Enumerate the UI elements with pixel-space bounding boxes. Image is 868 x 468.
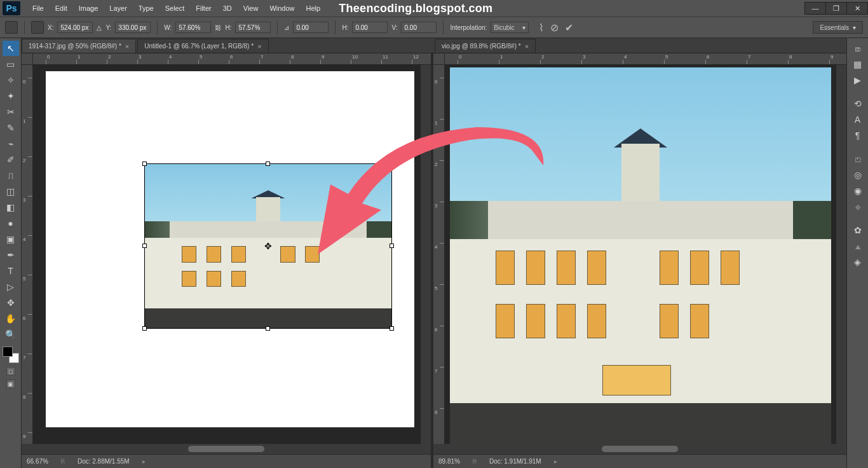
h-field[interactable]: 57.57% [235, 22, 271, 33]
maximize-button[interactable]: ❐ [825, 2, 847, 15]
tool-lasso[interactable]: ✧ [3, 72, 19, 88]
menu-bar: Ps File Edit Image Layer Type Select Fil… [0, 0, 868, 17]
panel-swatches-icon[interactable]: ▦ [850, 57, 866, 72]
tool-type[interactable]: T [3, 263, 19, 279]
watermark-text: Theencoding.blogspot.com [339, 2, 492, 15]
canvas-left[interactable]: ✥ [33, 65, 421, 444]
menu-layer[interactable]: Layer [104, 0, 133, 17]
menu-help[interactable]: Help [301, 0, 327, 17]
close-icon[interactable]: × [257, 43, 261, 50]
skew-v-label: V: [391, 24, 397, 31]
tool-brush[interactable]: ✐ [3, 152, 19, 167]
color-swatch[interactable] [3, 347, 19, 363]
workspace-switcher[interactable]: Essentials▾ [813, 21, 863, 34]
w-label: W: [164, 24, 172, 31]
tool-blur[interactable]: ▣ [3, 231, 19, 247]
interpolation-select[interactable]: Bicubic▾ [491, 22, 529, 33]
delta-icon[interactable]: △ [97, 24, 102, 31]
app-logo: Ps [3, 1, 20, 15]
skew-h-label: H: [342, 24, 348, 31]
panel-paths-icon[interactable]: ⟁ [850, 238, 866, 254]
quickmask-toggle[interactable]: ◻ [6, 367, 15, 376]
interpolation-label: Interpolation: [450, 24, 487, 31]
options-bar: X: 524.00 px △ Y: 330.00 px W: 57.60% ⛓ … [0, 17, 868, 38]
tool-eyedropper[interactable]: ✎ [3, 120, 19, 135]
window-controls: — ❐ ✕ [805, 2, 868, 15]
ruler-vertical[interactable]: 0123456789 [22, 65, 33, 444]
document-pane-right: 0123456789 0123456789 [433, 53, 846, 468]
y-field[interactable]: 330.00 px [115, 22, 151, 33]
tool-eraser[interactable]: ◧ [3, 200, 19, 215]
tab-doc-3[interactable]: vio.jpg @ 89.8% (RGB/8#) *× [435, 39, 536, 53]
commit-transform-icon[interactable]: ✔ [565, 22, 573, 34]
minimize-button[interactable]: — [804, 2, 826, 15]
panel-channels-icon[interactable]: ✿ [850, 223, 866, 238]
tool-marquee[interactable]: ▭ [3, 57, 19, 72]
document-tab-bar: 1914-317.jpg @ 50% (RGB/8#) *× Untitled-… [22, 38, 846, 53]
tool-stamp[interactable]: ⎍ [3, 168, 19, 183]
canvas-right[interactable] [445, 65, 836, 444]
panel-styles-icon[interactable]: ◉ [850, 183, 866, 198]
close-icon[interactable]: × [525, 43, 529, 50]
menu-edit[interactable]: Edit [50, 0, 73, 17]
tool-path[interactable]: ▷ [3, 279, 19, 294]
rotation-field[interactable]: 0.00 [293, 22, 329, 33]
skew-v-field[interactable]: 0.00 [401, 22, 437, 33]
panel-libraries-icon[interactable]: ▶ [850, 72, 866, 88]
tab-doc-2[interactable]: Untitled-1 @ 66.7% (Layer 1, RGB/8) *× [137, 39, 268, 53]
panel-layers-icon[interactable]: ◈ [850, 254, 866, 270]
tool-shape[interactable]: ✥ [3, 295, 19, 310]
screenmode-toggle[interactable]: ▣ [6, 380, 15, 389]
panel-adjustments-icon[interactable]: ⏍ [850, 151, 866, 167]
panel-presets-icon[interactable]: ⟐ [850, 199, 866, 214]
y-label: Y: [105, 24, 111, 31]
panel-history-icon[interactable]: ⟲ [850, 96, 866, 111]
cancel-transform-icon[interactable]: ⊘ [550, 22, 559, 34]
panel-color-icon[interactable]: ⎄ [850, 41, 866, 56]
skew-h-field[interactable]: 0.00 [352, 22, 388, 33]
tool-wand[interactable]: ✦ [3, 88, 19, 104]
w-field[interactable]: 57.60% [175, 22, 211, 33]
link-icon[interactable]: ⛓ [215, 24, 221, 31]
menu-type[interactable]: Type [133, 0, 159, 17]
menu-3d[interactable]: 3D [217, 0, 238, 17]
menu-select[interactable]: Select [159, 0, 191, 17]
close-icon[interactable]: × [125, 43, 129, 50]
placed-image[interactable]: ✥ [144, 163, 392, 329]
menu-file[interactable]: File [27, 0, 50, 17]
tools-panel: ↖ ▭ ✧ ✦ ✂ ✎ ⌁ ✐ ⎍ ◫ ◧ ● ▣ ✒ T ▷ ✥ ✋ 🔍 ◻ … [0, 38, 22, 468]
menu-filter[interactable]: Filter [190, 0, 217, 17]
status-bar-right: 89.81% ⎘ Doc: 1.91M/1.91M ▸ [433, 454, 846, 468]
tool-pen[interactable]: ✒ [3, 247, 19, 263]
tool-hand[interactable]: ✋ [3, 311, 19, 326]
menu-image[interactable]: Image [73, 0, 104, 17]
panel-cc-icon[interactable]: ◎ [850, 167, 866, 182]
tool-crop[interactable]: ✂ [3, 104, 19, 120]
panel-paragraph-icon[interactable]: ¶ [850, 128, 866, 143]
panel-character-icon[interactable]: A [850, 112, 866, 127]
zoom-level[interactable]: 89.81% [438, 458, 460, 465]
tool-history-brush[interactable]: ◫ [3, 184, 19, 199]
tab-doc-1[interactable]: 1914-317.jpg @ 50% (RGB/8#) *× [22, 39, 136, 53]
close-button[interactable]: ✕ [846, 2, 868, 15]
ruler-horizontal[interactable]: 0123456789101112 [33, 53, 431, 65]
menu-view[interactable]: View [238, 0, 264, 17]
document-pane-left: 0123456789101112 0123456789 [22, 53, 431, 468]
warp-icon[interactable]: ⌇ [539, 22, 544, 34]
h-label: H: [225, 24, 231, 31]
transform-tool-icon[interactable] [5, 21, 18, 34]
tool-heal[interactable]: ⌁ [3, 136, 19, 151]
angle-icon: ⊿ [284, 24, 289, 31]
scrollbar-horizontal[interactable] [433, 444, 846, 454]
scrollbar-horizontal[interactable] [22, 444, 431, 454]
x-field[interactable]: 524.00 px [57, 22, 93, 33]
ruler-vertical[interactable]: 0123456789 [433, 65, 445, 444]
reference-point-icon[interactable] [31, 21, 44, 34]
tool-zoom[interactable]: 🔍 [3, 327, 19, 342]
x-label: X: [48, 24, 53, 31]
tool-move[interactable]: ↖ [3, 41, 19, 56]
tool-gradient[interactable]: ● [3, 216, 19, 231]
menu-window[interactable]: Window [264, 0, 300, 17]
zoom-level[interactable]: 66.67% [27, 458, 48, 465]
ruler-horizontal[interactable]: 0123456789 [445, 53, 846, 65]
